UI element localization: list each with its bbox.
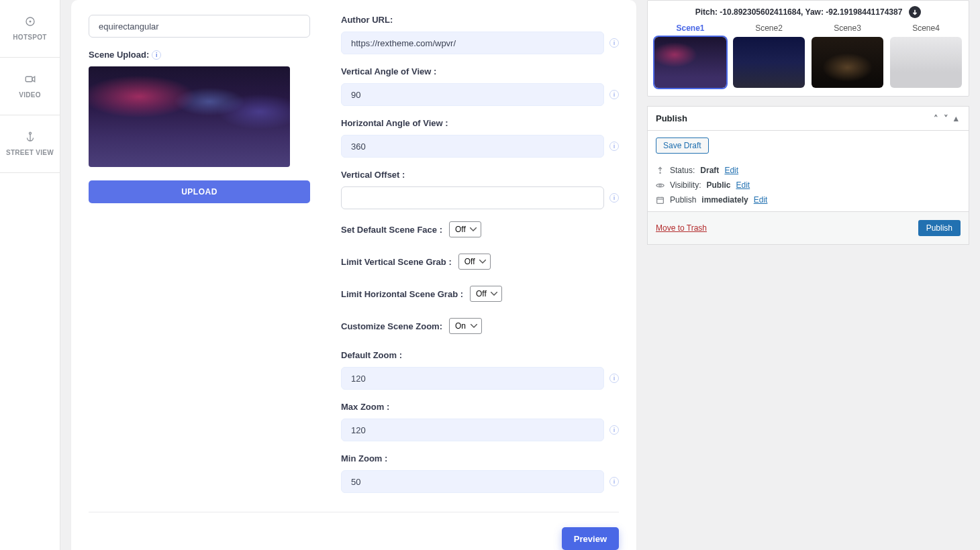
- nav-street-view[interactable]: STREET VIEW: [0, 115, 60, 173]
- scene-tab-3-label: Scene3: [834, 23, 861, 33]
- preview-button[interactable]: Preview: [562, 527, 619, 550]
- anchor-icon: [24, 131, 36, 143]
- scene-tab-3-thumb: [812, 37, 883, 88]
- status-row: Status: Draft Edit: [656, 166, 961, 175]
- info-icon[interactable]: i: [609, 374, 619, 383]
- custom-zoom-select[interactable]: On: [449, 318, 482, 334]
- schedule-label-text: Publish: [670, 195, 696, 205]
- vert-angle-label: Vertical Angle of View :: [341, 66, 619, 76]
- apply-pitch-button[interactable]: [909, 6, 921, 18]
- publish-title: Publish: [656, 113, 687, 123]
- limit-horiz-label: Limit Horizontal Scene Grab :: [341, 289, 463, 299]
- scene-tabs: Scene1 Scene2 Scene3 Scene4: [654, 23, 962, 88]
- svg-point-1: [29, 21, 31, 23]
- nav-hotspot[interactable]: HOTSPOT: [0, 0, 60, 58]
- status-edit-link[interactable]: Edit: [724, 166, 738, 175]
- right-sidebar: Pitch: -10.892305602411684, Yaw: -92.191…: [647, 0, 980, 550]
- panel-collapse-icon[interactable]: ▴: [952, 113, 961, 123]
- vert-offset-label: Vertical Offset :: [341, 170, 619, 180]
- limit-horiz-select[interactable]: Off: [470, 286, 502, 302]
- publish-ctrls: ˄ ˅ ▴: [932, 113, 961, 123]
- scene-tab-2[interactable]: Scene2: [733, 23, 805, 88]
- default-face-select[interactable]: Off: [449, 221, 481, 237]
- svg-point-3: [29, 132, 31, 134]
- scene-status-card: Pitch: -10.892305602411684, Yaw: -92.191…: [647, 0, 969, 97]
- nav-street-view-label: STREET VIEW: [6, 148, 54, 157]
- default-face-field: Set Default Scene Face : Off: [341, 221, 619, 237]
- info-icon[interactable]: i: [609, 477, 619, 486]
- panel-up-icon[interactable]: ˄: [932, 113, 940, 123]
- visibility-label-text: Visibility:: [670, 180, 701, 190]
- scene-tab-4-thumb: [890, 37, 962, 88]
- info-icon[interactable]: i: [609, 142, 619, 151]
- max-zoom-input[interactable]: [341, 419, 604, 441]
- max-zoom-label: Max Zoom :: [341, 402, 619, 412]
- scene-tab-4-label: Scene4: [912, 23, 940, 33]
- min-zoom-label: Min Zoom :: [341, 453, 619, 463]
- video-icon: [24, 73, 36, 85]
- scene-tab-2-label: Scene2: [755, 23, 783, 33]
- scene-tab-4[interactable]: Scene4: [890, 23, 962, 88]
- publish-button[interactable]: Publish: [918, 220, 961, 236]
- move-to-trash-link[interactable]: Move to Trash: [656, 223, 707, 233]
- scene-type-input[interactable]: [89, 15, 310, 38]
- pin-icon: [656, 166, 665, 175]
- left-col: Scene Upload: i UPLOAD: [89, 15, 310, 493]
- visibility-value: Public: [706, 180, 730, 190]
- main: Scene Upload: i UPLOAD Author URL: i Ver…: [60, 0, 647, 550]
- status-value: Draft: [700, 166, 719, 175]
- svg-point-4: [659, 172, 660, 173]
- default-zoom-input[interactable]: [341, 367, 604, 390]
- scene-upload-label: Scene Upload: i: [89, 50, 310, 60]
- scene-tab-1[interactable]: Scene1: [654, 23, 726, 88]
- upload-button[interactable]: UPLOAD: [89, 180, 310, 203]
- vert-angle-input[interactable]: [341, 83, 604, 106]
- scene-tab-1-thumb: [654, 37, 726, 88]
- eye-icon: [656, 181, 665, 190]
- scene-tab-3[interactable]: Scene3: [812, 23, 883, 88]
- default-face-label: Set Default Scene Face :: [341, 225, 442, 235]
- custom-zoom-label: Customize Scene Zoom:: [341, 321, 442, 331]
- svg-rect-6: [657, 197, 664, 203]
- author-url-label: Author URL:: [341, 15, 619, 25]
- scene-upload-label-text: Scene Upload:: [89, 50, 149, 60]
- scene-settings-card: Scene Upload: i UPLOAD Author URL: i Ver…: [71, 0, 636, 550]
- schedule-value: immediately: [701, 195, 748, 205]
- pitch-yaw-row: Pitch: -10.892305602411684, Yaw: -92.191…: [654, 6, 962, 18]
- publish-head: Publish ˄ ˅ ▴: [648, 107, 969, 131]
- arrow-down-icon: [912, 9, 918, 15]
- default-zoom-label: Default Zoom :: [341, 350, 619, 360]
- schedule-row: Publish immediately Edit: [656, 195, 961, 205]
- left-nav: HOTSPOT VIDEO STREET VIEW: [0, 0, 60, 550]
- publish-body: Save Draft Status: Draft Edit Visibility…: [648, 131, 969, 205]
- vert-offset-input[interactable]: [341, 186, 604, 209]
- limit-horiz-field: Limit Horizontal Scene Grab : Off: [341, 286, 619, 302]
- save-draft-button[interactable]: Save Draft: [656, 138, 709, 154]
- pitch-yaw-text: Pitch: -10.892305602411684, Yaw: -92.191…: [695, 7, 903, 17]
- status-label-text: Status:: [670, 166, 695, 175]
- horiz-angle-input[interactable]: [341, 135, 604, 158]
- schedule-edit-link[interactable]: Edit: [754, 195, 768, 205]
- info-icon[interactable]: i: [152, 50, 161, 60]
- visibility-edit-link[interactable]: Edit: [736, 180, 750, 190]
- target-icon: [24, 15, 36, 28]
- publish-card: Publish ˄ ˅ ▴ Save Draft Status: Draft E…: [647, 106, 969, 245]
- min-zoom-input[interactable]: [341, 470, 604, 493]
- info-icon[interactable]: i: [609, 425, 619, 435]
- author-url-input[interactable]: [341, 32, 604, 54]
- info-icon[interactable]: i: [609, 90, 619, 99]
- svg-point-5: [659, 184, 661, 186]
- svg-rect-2: [26, 76, 32, 82]
- nav-video-label: VIDEO: [19, 91, 41, 99]
- limit-vert-label: Limit Vertical Scene Grab :: [341, 257, 452, 267]
- info-icon[interactable]: i: [609, 193, 619, 203]
- info-icon[interactable]: i: [609, 38, 619, 48]
- calendar-icon: [656, 196, 665, 205]
- right-col: Author URL: i Vertical Angle of View : i…: [341, 15, 619, 493]
- publish-foot: Move to Trash Publish: [648, 211, 969, 244]
- scene-tab-1-label: Scene1: [676, 23, 704, 33]
- scene-upload-preview[interactable]: [89, 66, 290, 167]
- limit-vert-select[interactable]: Off: [458, 254, 491, 270]
- nav-video[interactable]: VIDEO: [0, 58, 60, 115]
- panel-down-icon[interactable]: ˅: [942, 113, 950, 123]
